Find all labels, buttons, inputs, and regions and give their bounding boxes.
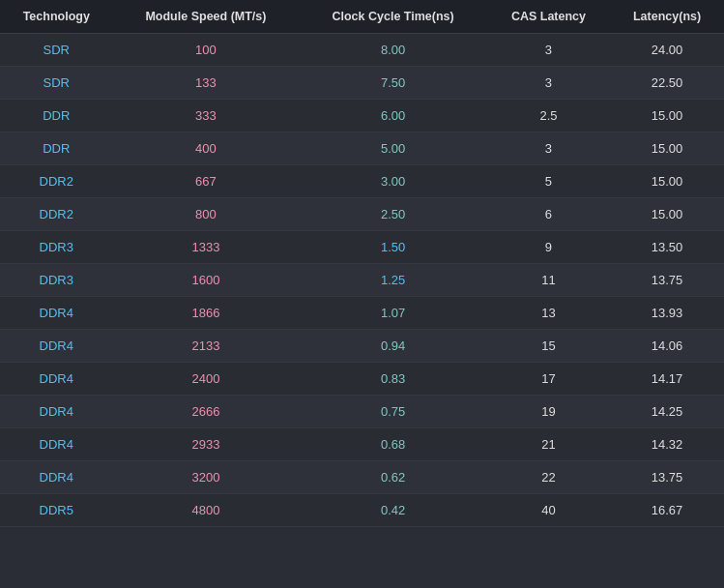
- cell-clock: 2.50: [299, 198, 486, 231]
- table-row: DDR418661.071313.93: [0, 297, 724, 330]
- cell-speed: 2400: [113, 363, 300, 396]
- header-clock: Clock Cycle Time(ns): [299, 0, 486, 34]
- cell-clock: 0.68: [299, 428, 486, 461]
- cell-technology: DDR2: [0, 165, 113, 198]
- cell-clock: 5.00: [299, 132, 486, 165]
- cell-latency: 14.17: [610, 363, 724, 396]
- table-row: DDR3336.002.515.00: [0, 100, 724, 132]
- cell-cas: 5: [487, 165, 610, 198]
- table-header: Technology Module Speed (MT/s) Clock Cyc…: [0, 0, 724, 34]
- cell-technology: DDR5: [0, 494, 113, 527]
- cell-latency: 13.75: [610, 264, 724, 297]
- cell-technology: DDR4: [0, 330, 113, 363]
- table-body: SDR1008.00324.00SDR1337.50322.50DDR3336.…: [0, 34, 724, 527]
- cell-technology: DDR: [0, 132, 113, 165]
- cell-technology: DDR3: [0, 231, 113, 264]
- cell-technology: DDR4: [0, 461, 113, 494]
- cell-technology: DDR4: [0, 396, 113, 428]
- cell-speed: 400: [113, 132, 300, 165]
- cell-cas: 13: [487, 297, 610, 330]
- cell-latency: 13.75: [610, 461, 724, 494]
- header-latency: Latency(ns): [610, 0, 724, 34]
- cell-latency: 15.00: [610, 132, 724, 165]
- cell-speed: 1866: [113, 297, 300, 330]
- cell-clock: 1.07: [299, 297, 486, 330]
- cell-speed: 2133: [113, 330, 300, 363]
- cell-clock: 0.42: [299, 494, 486, 527]
- cell-speed: 667: [113, 165, 300, 198]
- table-row: DDR4005.00315.00: [0, 132, 724, 165]
- cell-speed: 333: [113, 100, 300, 132]
- table-row: DDR432000.622213.75: [0, 461, 724, 494]
- cell-cas: 3: [487, 132, 610, 165]
- cell-latency: 13.50: [610, 231, 724, 264]
- table-row: DDR26673.00515.00: [0, 165, 724, 198]
- cell-technology: SDR: [0, 67, 113, 100]
- cell-speed: 133: [113, 67, 300, 100]
- cell-latency: 15.00: [610, 165, 724, 198]
- table-row: DDR316001.251113.75: [0, 264, 724, 297]
- cell-latency: 24.00: [610, 34, 724, 67]
- cell-clock: 8.00: [299, 34, 486, 67]
- cell-technology: DDR4: [0, 363, 113, 396]
- header-cas: CAS Latency: [487, 0, 610, 34]
- table-row: DDR429330.682114.32: [0, 428, 724, 461]
- table-row: DDR421330.941514.06: [0, 330, 724, 363]
- cell-technology: DDR4: [0, 297, 113, 330]
- cell-clock: 0.62: [299, 461, 486, 494]
- cell-cas: 15: [487, 330, 610, 363]
- cell-technology: SDR: [0, 34, 113, 67]
- cell-speed: 800: [113, 198, 300, 231]
- table-row: SDR1337.50322.50: [0, 67, 724, 100]
- cell-speed: 4800: [113, 494, 300, 527]
- cell-speed: 1333: [113, 231, 300, 264]
- cell-latency: 13.93: [610, 297, 724, 330]
- cell-cas: 22: [487, 461, 610, 494]
- cell-latency: 14.25: [610, 396, 724, 428]
- cell-clock: 0.75: [299, 396, 486, 428]
- cell-cas: 17: [487, 363, 610, 396]
- cell-cas: 2.5: [487, 100, 610, 132]
- table-row: DDR313331.50913.50: [0, 231, 724, 264]
- cell-speed: 2933: [113, 428, 300, 461]
- cell-clock: 6.00: [299, 100, 486, 132]
- header-speed: Module Speed (MT/s): [113, 0, 300, 34]
- cell-cas: 11: [487, 264, 610, 297]
- cell-latency: 22.50: [610, 67, 724, 100]
- cell-latency: 14.06: [610, 330, 724, 363]
- table-row: DDR424000.831714.17: [0, 363, 724, 396]
- table-row: DDR426660.751914.25: [0, 396, 724, 428]
- table-row: DDR28002.50615.00: [0, 198, 724, 231]
- table-row: DDR548000.424016.67: [0, 494, 724, 527]
- cell-cas: 3: [487, 34, 610, 67]
- cell-clock: 0.83: [299, 363, 486, 396]
- cell-clock: 1.25: [299, 264, 486, 297]
- cell-technology: DDR3: [0, 264, 113, 297]
- cell-cas: 6: [487, 198, 610, 231]
- header-technology: Technology: [0, 0, 113, 34]
- cell-speed: 2666: [113, 396, 300, 428]
- table-row: SDR1008.00324.00: [0, 34, 724, 67]
- cell-speed: 100: [113, 34, 300, 67]
- memory-table: Technology Module Speed (MT/s) Clock Cyc…: [0, 0, 724, 527]
- cell-speed: 1600: [113, 264, 300, 297]
- cell-clock: 3.00: [299, 165, 486, 198]
- cell-cas: 21: [487, 428, 610, 461]
- cell-cas: 9: [487, 231, 610, 264]
- cell-technology: DDR: [0, 100, 113, 132]
- cell-clock: 0.94: [299, 330, 486, 363]
- cell-latency: 16.67: [610, 494, 724, 527]
- cell-cas: 19: [487, 396, 610, 428]
- cell-latency: 15.00: [610, 100, 724, 132]
- cell-technology: DDR2: [0, 198, 113, 231]
- cell-latency: 15.00: [610, 198, 724, 231]
- cell-cas: 3: [487, 67, 610, 100]
- cell-latency: 14.32: [610, 428, 724, 461]
- cell-clock: 1.50: [299, 231, 486, 264]
- cell-speed: 3200: [113, 461, 300, 494]
- cell-technology: DDR4: [0, 428, 113, 461]
- cell-cas: 40: [487, 494, 610, 527]
- cell-clock: 7.50: [299, 67, 486, 100]
